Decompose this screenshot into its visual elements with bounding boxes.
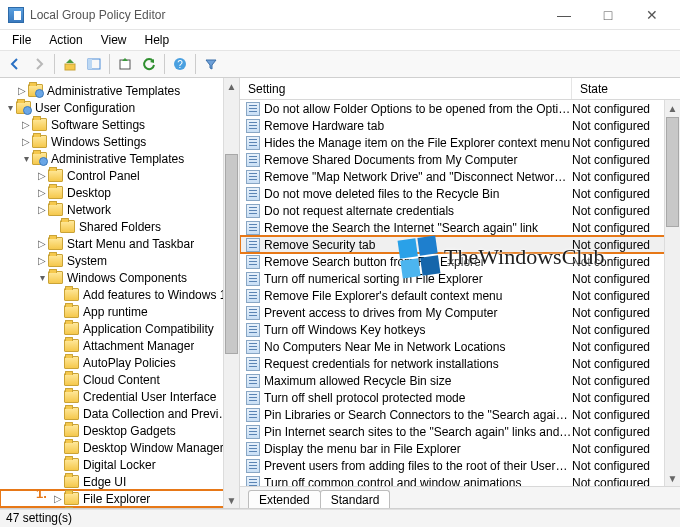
setting-row[interactable]: Do not request alternate credentialsNot … [240,202,680,219]
tree-node-app-compat[interactable]: Application Compatibility [0,320,239,337]
tree-node-network[interactable]: ▷Network [0,201,239,218]
forward-button[interactable] [28,53,50,75]
setting-name: Display the menu bar in File Explorer [264,442,572,456]
tree-node-file-revocation[interactable]: File Revocation [0,507,239,508]
setting-row[interactable]: Remove Shared Documents from My Computer… [240,151,680,168]
help-button[interactable]: ? [169,53,191,75]
tree-node-start-menu[interactable]: ▷Start Menu and Taskbar [0,235,239,252]
setting-row[interactable]: Hides the Manage item on the File Explor… [240,134,680,151]
expand-icon[interactable]: ▷ [36,204,48,215]
menu-action[interactable]: Action [41,31,90,49]
setting-row[interactable]: No Computers Near Me in Network Location… [240,338,680,355]
setting-row[interactable]: Prevent users from adding files to the r… [240,457,680,474]
setting-row[interactable]: Remove File Explorer's default context m… [240,287,680,304]
policy-icon [246,374,260,388]
setting-row[interactable]: Remove the Search the Internet "Search a… [240,219,680,236]
tree-node-admin-templates-top[interactable]: ▷ Administrative Templates [0,82,239,99]
list-scrollbar[interactable]: ▲ ▼ [664,100,680,486]
setting-row[interactable]: Remove Security tabNot configured [240,236,680,253]
tree-node-add-features[interactable]: Add features to Windows 10 [0,286,239,303]
tree-node-admin-templates[interactable]: ▾ Administrative Templates [0,150,239,167]
list-tabs: Extended Standard [240,486,680,508]
node-label: Add features to Windows 10 [83,288,233,302]
setting-row[interactable]: Pin Internet search sites to the "Search… [240,423,680,440]
tree-node-cloud-content[interactable]: Cloud Content [0,371,239,388]
scroll-thumb[interactable] [666,117,679,227]
setting-row[interactable]: Turn off common control and window anima… [240,474,680,486]
tree-node-software-settings[interactable]: ▷ Software Settings [0,116,239,133]
setting-row[interactable]: Do not allow Folder Options to be opened… [240,100,680,117]
menu-file[interactable]: File [4,31,39,49]
setting-row[interactable]: Remove "Map Network Drive" and "Disconne… [240,168,680,185]
tab-standard[interactable]: Standard [320,490,391,508]
tree-node-digital-locker[interactable]: Digital Locker [0,456,239,473]
scroll-up-icon[interactable]: ▲ [224,78,239,94]
close-button[interactable]: ✕ [630,1,674,29]
setting-name: Do not allow Folder Options to be opened… [264,102,572,116]
tree-node-attachment-mgr[interactable]: Attachment Manager [0,337,239,354]
maximize-button[interactable]: □ [586,1,630,29]
tree-scrollbar[interactable]: ▲ ▼ [223,78,239,508]
setting-row[interactable]: Pin Libraries or Search Connectors to th… [240,406,680,423]
expand-icon[interactable]: ▷ [36,255,48,266]
list-body[interactable]: Do not allow Folder Options to be opened… [240,100,680,486]
setting-row[interactable]: Prevent access to drives from My Compute… [240,304,680,321]
menu-view[interactable]: View [93,31,135,49]
setting-row[interactable]: Remove Search button from File ExplorerN… [240,253,680,270]
setting-row[interactable]: Turn off Windows Key hotkeysNot configur… [240,321,680,338]
show-hide-tree-button[interactable] [83,53,105,75]
scroll-down-icon[interactable]: ▼ [665,470,680,486]
col-setting[interactable]: Setting [240,78,572,99]
setting-name: Pin Libraries or Search Connectors to th… [264,408,572,422]
scroll-up-icon[interactable]: ▲ [665,100,680,116]
collapse-icon[interactable]: ▾ [20,153,32,164]
expand-icon[interactable]: ▷ [36,238,48,249]
refresh-button[interactable] [138,53,160,75]
back-button[interactable] [4,53,26,75]
tree-node-shared-folders[interactable]: Shared Folders [0,218,239,235]
expand-icon[interactable]: ▷ [20,136,32,147]
tree-node-user-config[interactable]: ▾ User Configuration [0,99,239,116]
tree-pane[interactable]: ▷ Administrative Templates ▾ User Config… [0,78,240,508]
minimize-button[interactable]: — [542,1,586,29]
setting-row[interactable]: Request credentials for network installa… [240,355,680,372]
scroll-thumb[interactable] [225,154,238,354]
tree-node-app-runtime[interactable]: App runtime [0,303,239,320]
setting-row[interactable]: Turn off numerical sorting in File Explo… [240,270,680,287]
expand-icon[interactable]: ▷ [20,119,32,130]
setting-row[interactable]: Turn off shell protocol protected modeNo… [240,389,680,406]
tree-node-desktop-wm[interactable]: Desktop Window Manager [0,439,239,456]
tree-node-data-collection[interactable]: Data Collection and Preview Bu [0,405,239,422]
collapse-icon[interactable]: ▾ [4,102,16,113]
setting-row[interactable]: Remove Hardware tabNot configured [240,117,680,134]
scroll-down-icon[interactable]: ▼ [224,492,239,508]
setting-row[interactable]: Maximum allowed Recycle Bin sizeNot conf… [240,372,680,389]
toolbar-divider [109,54,110,74]
tree-node-system[interactable]: ▷System [0,252,239,269]
setting-row[interactable]: Display the menu bar in File ExplorerNot… [240,440,680,457]
col-state[interactable]: State [572,78,680,99]
policy-icon [246,323,260,337]
expand-icon[interactable]: ▷ [16,85,28,96]
tree-node-autoplay[interactable]: AutoPlay Policies [0,354,239,371]
expand-icon[interactable]: ▷ [36,187,48,198]
expand-icon[interactable]: ▷ [36,170,48,181]
collapse-icon[interactable]: ▾ [36,272,48,283]
setting-name: Remove Hardware tab [264,119,572,133]
node-label: Credential User Interface [83,390,216,404]
expand-icon[interactable]: ▷ [52,493,64,504]
node-label: Start Menu and Taskbar [67,237,194,251]
tree-node-win-components[interactable]: ▾Windows Components [0,269,239,286]
tree-node-desktop-gadgets[interactable]: Desktop Gadgets [0,422,239,439]
up-button[interactable] [59,53,81,75]
tab-extended[interactable]: Extended [248,490,321,508]
tree-node-windows-settings[interactable]: ▷ Windows Settings [0,133,239,150]
filter-button[interactable] [200,53,222,75]
tree-node-control-panel[interactable]: ▷Control Panel [0,167,239,184]
tree-node-desktop[interactable]: ▷Desktop [0,184,239,201]
export-button[interactable] [114,53,136,75]
setting-row[interactable]: Do not move deleted files to the Recycle… [240,185,680,202]
tree-node-cred-ui[interactable]: Credential User Interface [0,388,239,405]
menu-help[interactable]: Help [137,31,178,49]
setting-state: Not configured [572,357,676,371]
